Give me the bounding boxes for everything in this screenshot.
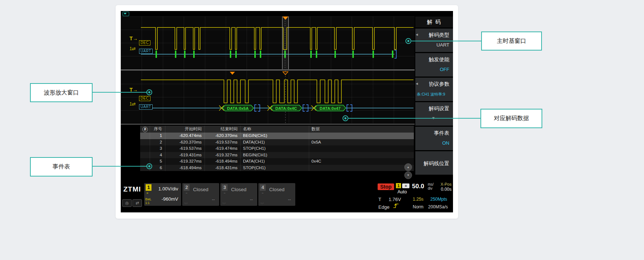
menu-title: 解 码 [415, 16, 453, 27]
col-header-start: 开始时间 [165, 126, 205, 133]
dec-badge: DEC [139, 40, 150, 45]
ch4-offset: -- [288, 197, 291, 202]
ch3-probe: -.- [222, 201, 226, 205]
chevron-up-icon: ▲ [407, 166, 410, 169]
callout-label: 主时基窗口 [497, 37, 526, 45]
zoom-waveform: DATA:0x5A DATA:0x4C DATA:0x47 [121, 71, 415, 123]
marker-a-icon [230, 72, 235, 75]
callout-line [411, 41, 481, 41]
ch3-offset: -- [250, 197, 253, 202]
ch4-state: Closed [258, 187, 295, 192]
display-icon: ≣ [402, 183, 409, 188]
window-divider [121, 70, 415, 70]
chevron-down-icon: ▼ [407, 174, 410, 177]
callout-zoom-window: 波形放大窗口 [30, 83, 93, 102]
callout-event-table: 事件表 [30, 157, 93, 177]
col-header-name: 名称 [241, 126, 309, 133]
callout-marker-zoom-window [146, 89, 152, 95]
ch2-state: Closed [182, 187, 219, 192]
channel-3-block[interactable]: 3 − Closed -- -.- [220, 183, 257, 206]
selected-marker-icon: ◀ [416, 82, 418, 85]
channel-1-badge: 1 [146, 184, 151, 191]
trigger-level-indicator: T→ [130, 36, 138, 41]
menu-item-trigger-enable[interactable]: 触发使能 OFF [415, 53, 453, 77]
trigger-level: 1.76V [389, 197, 401, 202]
event-table: B 序号 开始时间 结束时间 名称 数据 1 -620.474ms -620.3… [140, 126, 414, 171]
event-table-header: B 序号 开始时间 结束时间 名称 数据 [140, 126, 414, 133]
table-row[interactable]: 6 -618.494ms -618.431ms STOP(CH1) [140, 165, 414, 171]
table-row[interactable]: 4 -619.431ms -619.327ms BEGIN(CH1) [140, 152, 414, 159]
status-bar: ZTMI ◎ ⇄ 1 ≡ 1.00V/div -960mV BwL 1:1 2 … [121, 179, 453, 212]
xpos-label: X-Pos [441, 182, 452, 186]
trigger-mode: Auto [394, 189, 410, 194]
run-state-badge[interactable]: Stop [378, 183, 394, 190]
callout-line [93, 92, 147, 93]
main-timebase-window: T→ DEC 1⇄ UART [121, 16, 415, 69]
callout-main-timebase: 主时基窗口 [481, 31, 542, 51]
svg-text:DATA:0x5A: DATA:0x5A [227, 106, 249, 111]
callout-line [348, 118, 480, 119]
xpos-value: 0.00s [441, 187, 452, 192]
ch1-scale: 1.00V/div [158, 186, 178, 192]
svg-text:DATA:0x4C: DATA:0x4C [276, 106, 297, 111]
camera-icon[interactable]: ◎ [122, 199, 132, 207]
menu-item-decode-type[interactable]: ◀ 解码类型 UART [415, 29, 453, 52]
table-row[interactable]: 5 -619.327ms -618.494ms DATA(CH1) 0x4C [140, 158, 414, 165]
rising-edge-icon [393, 203, 400, 209]
selected-marker-icon: ◀ [416, 33, 418, 36]
channel-1-block[interactable]: 1 ≡ 1.00V/div -960mV BwL 1:1 [144, 183, 181, 206]
channel-zoom-indicator: 1⇄ [130, 102, 136, 106]
uart-badge: UART [139, 104, 153, 109]
trigger-source-badge: 1 [396, 183, 401, 188]
zoom-region-indicator[interactable] [282, 16, 289, 69]
memory-depth: 250Mpts [430, 197, 447, 202]
timebase-value[interactable]: 50.0 [412, 183, 424, 190]
main-waveform [121, 16, 415, 69]
callout-line [93, 166, 147, 167]
decode-bubble: DATA:0x47 [311, 105, 352, 111]
top-strip [121, 11, 453, 16]
ch2-probe: -.- [184, 201, 188, 205]
dec-badge: DEC [139, 96, 150, 101]
channel-2-block[interactable]: 2 − Closed -- -.- [182, 183, 219, 206]
ground-icon: ≡ [146, 192, 148, 195]
callout-label: 事件表 [53, 163, 70, 171]
menu-item-protocol-params[interactable]: ◀ 协议参数 条:CH1 波特率:9 [415, 78, 453, 101]
scroll-up-button[interactable]: ▲ [404, 163, 412, 171]
menu-item-decode-line-position[interactable]: 解码线位置 [415, 151, 453, 175]
bus-icon: B [142, 127, 148, 132]
table-row[interactable]: 3 -619.537ms -619.474ms STOP(CH1) [140, 145, 414, 152]
window-divider [121, 124, 415, 125]
page: T→ DEC 1⇄ UART DATA:0x5A [0, 0, 644, 260]
table-row[interactable]: 2 -620.370ms -619.537ms DATA(CH1) 0x5A [140, 139, 414, 146]
channel-4-block[interactable]: 4 − Closed -- -.- [258, 183, 295, 206]
ch4-probe: -.- [261, 201, 264, 205]
scroll-down-button[interactable]: ▼ [404, 171, 412, 179]
ch2-offset: -- [212, 197, 215, 202]
sample-rate: 200MSa/s [428, 204, 448, 209]
svg-text:DATA:0x47: DATA:0x47 [319, 106, 340, 111]
menu-item-event-table[interactable]: 事件表 ON [415, 127, 453, 150]
menu-item-decode-settings[interactable]: 解码设置 ▼ [415, 102, 453, 126]
table-row[interactable]: 1 -620.474ms -620.370ms BEGIN(CH1) [140, 133, 414, 139]
channel-zoom-indicator: 1⇄ [130, 47, 136, 51]
trigger-level-indicator: T→ [130, 87, 138, 92]
timebase-unit: div [428, 186, 433, 190]
waveform-zoom-window: DATA:0x5A DATA:0x4C DATA:0x47 [121, 71, 415, 123]
uart-badge: UART [139, 49, 153, 54]
ch1-offset: -960mV [161, 196, 178, 202]
sync-icon[interactable]: ⇄ [132, 199, 142, 207]
usb-icon [123, 12, 129, 16]
oscilloscope-screen: T→ DEC 1⇄ UART DATA:0x5A [121, 11, 453, 212]
col-header-end: 结束时间 [205, 126, 241, 133]
callout-label: 波形放大窗口 [44, 89, 79, 97]
callout-label: 对应解码数据 [494, 115, 529, 122]
decode-end-bracket [394, 50, 396, 58]
acquisition-status: Stop 1 ≣ Auto 50.0 ms/ div X-Pos 0.00s T… [377, 182, 452, 211]
timebase-unit: ms/ [428, 182, 434, 186]
ch3-state: Closed [220, 187, 257, 192]
ch1-bandwidth: BwL [145, 198, 151, 201]
trigger-label: T [378, 197, 381, 202]
ch1-trace-zoom [141, 80, 413, 103]
brand-logo: ZTMI [123, 185, 141, 193]
